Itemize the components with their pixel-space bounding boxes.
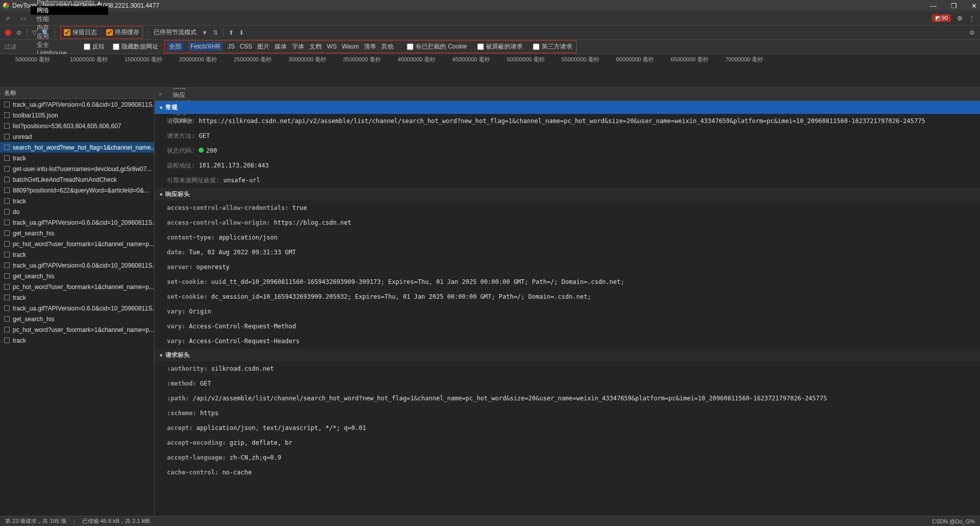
preserve-log-checkbox[interactable]: 保留日志 [62, 28, 99, 37]
request-row[interactable]: track [0, 153, 154, 163]
header-row: accept: application/json, text/javascrip… [155, 421, 980, 436]
header-row: date: Tue, 02 Aug 2022 09:31:33 GMT [155, 245, 980, 260]
filter-type-文档[interactable]: 文档 [309, 43, 322, 50]
file-icon [4, 273, 10, 279]
device-icon[interactable]: ▭ [15, 15, 31, 22]
filter-type-其他[interactable]: 其他 [381, 43, 394, 50]
export-icon[interactable]: ⬇ [239, 29, 244, 36]
request-row[interactable]: get_search_his [0, 228, 154, 238]
request-name: toolbar1105.json [13, 112, 58, 119]
header-row: :scheme: https [155, 406, 980, 421]
request-row[interactable]: track [0, 196, 154, 206]
request-name: get_search_his [13, 230, 54, 237]
request-row[interactable]: batchGetLikeAndTreadNumAndCheck [0, 174, 154, 185]
request-name: list?positions=536,603,604,605,606,607 [13, 123, 121, 130]
filter-type-图片[interactable]: 图片 [257, 43, 270, 50]
request-row[interactable]: pc_hot_word?user_foormark=1&channel_name… [0, 324, 154, 335]
filter-type-全部[interactable]: 全部 [167, 42, 183, 51]
filter-label: 过滤 [4, 42, 16, 51]
inspect-icon[interactable]: ⬀ [0, 15, 15, 22]
section-header[interactable]: 常规 [155, 101, 980, 114]
request-row[interactable]: toolbar1105.json [0, 110, 154, 121]
filter-type-字体[interactable]: 字体 [292, 43, 304, 50]
timeline-overview[interactable]: 5000000 毫秒10000000 毫秒15000000 毫秒20000000… [0, 54, 980, 88]
request-row[interactable]: track [0, 335, 154, 346]
filter-type-媒体[interactable]: 媒体 [275, 43, 287, 50]
filter-icon[interactable]: ▽ [32, 29, 37, 36]
timeline-tick: 35000000 毫秒 [343, 56, 381, 63]
main-tab-3[interactable]: Performance insights ▲ [31, 0, 108, 6]
detail-tab-响应[interactable]: 响应 [166, 91, 199, 100]
main-tab-4[interactable]: 网络 [31, 6, 108, 15]
file-icon [4, 102, 10, 107]
status-bar: 第 23 项请求，共 195 项 | 已传输 45.8 kB，共 2.1 MB … [0, 516, 980, 526]
close-detail-icon[interactable]: × [155, 91, 166, 98]
search-icon[interactable]: 🔍 [42, 29, 50, 36]
filter-type-JS[interactable]: JS [228, 43, 235, 50]
file-icon [4, 166, 10, 172]
third-party-checkbox[interactable]: 第三方请求 [531, 42, 574, 51]
network-settings-icon[interactable]: ⚙ [969, 29, 975, 36]
invert-checkbox[interactable]: 反转 [82, 42, 107, 51]
maximize-button[interactable]: ❐ [951, 2, 957, 10]
header-row: :method: GET [155, 376, 980, 391]
file-icon [4, 338, 10, 343]
request-row[interactable]: 8809?positionId=622&queryWord=&articleId… [0, 185, 154, 196]
blocked-requests-checkbox[interactable]: 被屏蔽的请求 [475, 42, 525, 51]
request-name: search_hot_word?new_hot_flag=1&channel_n… [13, 144, 154, 151]
request-row[interactable]: get-user-info-list?usernames=devcloud,gc… [0, 163, 154, 174]
filter-type-Wasm[interactable]: Wasm [342, 43, 359, 50]
section-header[interactable]: 响应标头 [155, 188, 980, 201]
filter-type-Fetch/XHR[interactable]: Fetch/XHR [188, 42, 223, 51]
request-row[interactable]: search_hot_word?new_hot_flag=1&channel_n… [0, 142, 154, 153]
header-row: 远程地址: 101.201.173.208:443 [155, 158, 980, 173]
request-row[interactable]: track_ua.gif?APIVersion=0.6.0&cid=10_209… [0, 217, 154, 228]
main-tab-5[interactable]: 性能 [31, 15, 108, 23]
clear-button[interactable]: ⊘ [16, 29, 21, 36]
file-icon [4, 155, 10, 161]
error-badge[interactable]: ◩ 90 [932, 14, 951, 22]
request-row[interactable]: track_ua.gif?APIVersion=0.6.0&cid=10_209… [0, 99, 154, 110]
throttle-dropdown-icon[interactable]: ▼ [202, 29, 208, 36]
filter-type-清单[interactable]: 清单 [364, 43, 376, 50]
blocked-cookies-checkbox[interactable]: 有已拦截的 Cookie [405, 42, 469, 51]
request-row[interactable]: track [0, 249, 154, 260]
kebab-icon[interactable]: ⋮ [969, 15, 975, 22]
highlight-box-2: 全部Fetch/XHRJSCSS图片媒体字体文档WSWasm清单其他 有已拦截的… [164, 40, 577, 53]
request-name: get-user-info-list?usernames=devcloud,gc… [13, 165, 152, 173]
record-button[interactable] [5, 30, 11, 36]
file-icon [4, 327, 10, 332]
header-row: :path: /api/v2/assemble/list/channel/sea… [155, 391, 980, 406]
network-toolbar: ⊘ ▽ 🔍 保留日志 停用缓存 已停用节流模式 ▼ ⇅ ⬆ ⬇ ⚙ [0, 26, 980, 40]
minimize-button[interactable]: — [930, 2, 937, 10]
header-row: content-type: application/json [155, 230, 980, 245]
section-header[interactable]: 请求标头 [155, 349, 980, 362]
disable-cache-checkbox[interactable]: 停用缓存 [104, 28, 141, 37]
close-button[interactable]: ✕ [971, 2, 977, 10]
file-icon [4, 209, 10, 214]
filter-type-WS[interactable]: WS [327, 43, 336, 50]
request-row[interactable]: pc_hot_word?user_foormark=1&channel_name… [0, 281, 154, 292]
settings-icon[interactable]: ⚙ [957, 15, 963, 22]
header-row: set-cookie: uuid_tt_dd=10_20960811560-16… [155, 275, 980, 290]
hide-data-urls-checkbox[interactable]: 隐藏数据网址 [111, 42, 160, 51]
timeline-tick: 45000000 毫秒 [452, 56, 490, 63]
filter-type-CSS[interactable]: CSS [240, 43, 253, 50]
throttle-select[interactable]: 已停用节流模式 [154, 28, 197, 37]
request-row[interactable]: pc_hot_word?user_foormark=1&channel_name… [0, 238, 154, 249]
request-row[interactable]: track_ua.gif?APIVersion=0.6.0&cid=10_209… [0, 303, 154, 314]
timeline-tick: 55000000 毫秒 [561, 56, 599, 63]
request-row[interactable]: track [0, 292, 154, 303]
name-column-header[interactable]: 名称 [0, 88, 154, 99]
header-row: accept-encoding: gzip, deflate, br [155, 436, 980, 450]
request-row[interactable]: get_search_his [0, 271, 154, 281]
request-row[interactable]: do [0, 206, 154, 217]
request-row[interactable]: unread [0, 131, 154, 142]
network-conditions-icon[interactable]: ⇅ [213, 29, 218, 36]
request-name: track_ua.gif?APIVersion=0.6.0&cid=10_209… [13, 219, 154, 226]
import-icon[interactable]: ⬆ [229, 29, 234, 36]
request-row[interactable]: list?positions=536,603,604,605,606,607 [0, 121, 154, 131]
request-row[interactable]: get_search_his [0, 314, 154, 324]
request-row[interactable]: track_ua.gif?APIVersion=0.6.0&cid=10_209… [0, 260, 154, 271]
file-icon [4, 305, 10, 311]
